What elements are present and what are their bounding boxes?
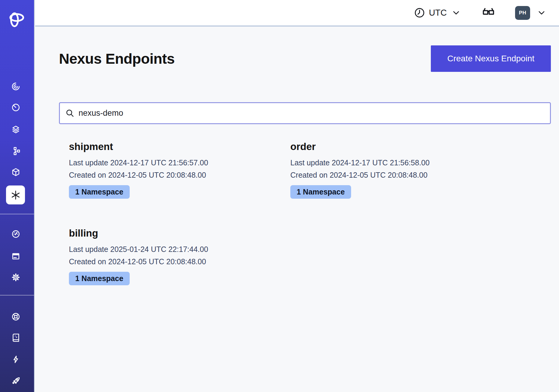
namespace-badge: 1 Namespace (69, 185, 130, 199)
sidebar-item-feedback[interactable] (9, 353, 22, 366)
temporal-logo[interactable] (5, 8, 26, 29)
rocket-icon (11, 376, 20, 385)
endpoint-last-update: Last update 2024-12-17 UTC 21:56:58.00 (290, 157, 502, 169)
account-menu[interactable]: PH (515, 6, 546, 20)
gauge-icon (11, 229, 20, 239)
timer-icon (11, 103, 20, 112)
sidebar (0, 0, 35, 392)
chevron-down-icon (452, 8, 461, 17)
branch-nodes-icon (11, 146, 20, 156)
endpoint-name: order (290, 141, 502, 152)
sidebar-item-settings[interactable] (9, 271, 22, 284)
sidebar-item-usage[interactable] (9, 227, 22, 240)
card-window-icon (11, 252, 20, 261)
title-row: Nexus Endpoints Create Nexus Endpoint (59, 45, 551, 72)
sidebar-item-services[interactable] (9, 165, 22, 179)
endpoint-card-order[interactable]: order Last update 2024-12-17 UTC 21:56:5… (280, 141, 502, 199)
gear-icon (11, 273, 20, 282)
endpoint-card-billing[interactable]: billing Last update 2025-01-24 UTC 22:17… (59, 228, 280, 285)
workflows-spiral-icon (11, 82, 20, 91)
endpoint-cards: shipment Last update 2024-12-17 UTC 21:5… (59, 141, 551, 285)
sidebar-item-support[interactable] (9, 310, 22, 323)
namespace-badge: 1 Namespace (69, 272, 130, 285)
main-content: Nexus Endpoints Create Nexus Endpoint sh… (35, 26, 559, 392)
sidebar-item-batch[interactable] (9, 123, 22, 136)
glasses-icon (481, 6, 496, 20)
endpoint-created-on: Created on 2024-12-05 UTC 20:08:48.00 (69, 169, 280, 181)
endpoint-created-on: Created on 2024-12-05 UTC 20:08:48.00 (69, 256, 280, 268)
sidebar-item-deployments[interactable] (9, 144, 22, 158)
sidebar-item-getting-started[interactable] (9, 374, 22, 387)
top-header: UTC PH (35, 0, 559, 26)
endpoint-card-shipment[interactable]: shipment Last update 2024-12-17 UTC 21:5… (59, 141, 280, 199)
avatar-initials: PH (519, 10, 527, 16)
endpoint-name: billing (69, 228, 280, 239)
nexus-asterisk-icon (10, 189, 21, 201)
sidebar-divider (0, 214, 34, 214)
timezone-selector[interactable]: UTC (414, 7, 461, 18)
cube-icon (11, 167, 20, 177)
sidebar-divider (0, 295, 34, 296)
app-screen: UTC PH Nexus Endpoints (0, 0, 559, 392)
lightning-icon (11, 355, 20, 364)
endpoint-search (59, 102, 551, 124)
namespace-badge: 1 Namespace (290, 185, 351, 199)
book-sparkles-icon (11, 333, 20, 342)
search-input[interactable] (79, 109, 545, 118)
timezone-label: UTC (429, 8, 447, 18)
clock-icon (414, 7, 425, 18)
avatar: PH (515, 6, 530, 20)
temporal-logo-icon (6, 9, 25, 28)
sidebar-item-nexus-selected[interactable] (6, 185, 25, 204)
sidebar-item-billing[interactable] (9, 250, 22, 263)
endpoint-last-update: Last update 2025-01-24 UTC 22:17:44.00 (69, 243, 280, 256)
lifebuoy-icon (11, 312, 20, 321)
chevron-down-icon (537, 8, 546, 17)
endpoint-created-on: Created on 2024-12-05 UTC 20:08:48.00 (290, 169, 502, 181)
sidebar-item-docs[interactable] (9, 331, 22, 344)
endpoint-name: shipment (69, 141, 280, 152)
page-title: Nexus Endpoints (59, 51, 175, 67)
layers-icon (11, 125, 20, 134)
endpoint-last-update: Last update 2024-12-17 UTC 21:56:57.00 (69, 157, 280, 169)
sidebar-item-workflows[interactable] (9, 80, 22, 93)
search-icon (65, 109, 75, 118)
labs-mode-button[interactable] (481, 6, 496, 20)
create-nexus-endpoint-button[interactable]: Create Nexus Endpoint (431, 45, 551, 72)
sidebar-item-schedules[interactable] (9, 101, 22, 114)
